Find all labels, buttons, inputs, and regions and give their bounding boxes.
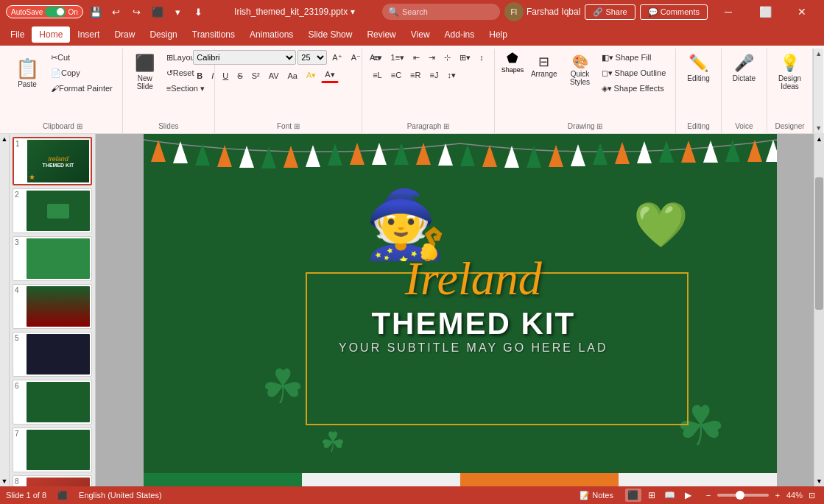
shape-fill-button[interactable]: ◧▾ Shape Fill (598, 50, 670, 65)
canvas-scroll-thumb[interactable] (815, 177, 823, 310)
align-center-button[interactable]: ≡C (387, 68, 405, 82)
numbering-button[interactable]: 1≡▾ (387, 50, 409, 65)
normal-view-button[interactable]: ⬛ (625, 489, 641, 502)
menu-help[interactable]: Help (482, 26, 515, 43)
close-button[interactable]: ✕ (786, 0, 818, 24)
add-columns-button[interactable]: ⊞▾ (456, 50, 474, 65)
ribbon-scroll-down[interactable]: ▼ (814, 123, 824, 133)
increase-indent-button[interactable]: ⇥ (425, 50, 439, 65)
italic-button[interactable]: I (208, 68, 217, 83)
smart-art-convert-button[interactable]: ⊹ (440, 50, 454, 65)
slide-panel-toggle[interactable]: ⬛ (55, 489, 70, 501)
undo-button[interactable]: ↩ (108, 4, 124, 20)
decrease-indent-button[interactable]: ⇤ (409, 50, 423, 65)
text-direction-button[interactable]: ↕ (476, 50, 487, 65)
copy-button[interactable]: 📄 Copy (47, 65, 116, 80)
share-button[interactable]: 🔗 Share (585, 4, 635, 20)
svg-marker-28 (766, 140, 777, 162)
menu-review[interactable]: Review (359, 26, 403, 43)
slide-thumb-5[interactable]: 5 (13, 332, 92, 377)
quick-styles-button[interactable]: 🎨 QuickStyles (564, 50, 596, 90)
ribbon-scroll-up[interactable]: ▲ (814, 49, 824, 59)
more-options-button[interactable]: ▾ (170, 4, 186, 20)
strikethrough-button[interactable]: S (233, 68, 246, 83)
autosave-toggle[interactable] (45, 7, 66, 17)
slide-thumb-3[interactable]: 3 (13, 236, 92, 281)
align-right-button[interactable]: ≡R (406, 68, 424, 82)
menu-view[interactable]: View (404, 26, 437, 43)
search-box[interactable]: 🔍 Search (382, 4, 500, 20)
presentation-mode-button[interactable]: ⬛ (149, 4, 166, 20)
zoom-in-button[interactable]: + (772, 489, 783, 501)
menu-draw[interactable]: Draw (107, 26, 142, 43)
redo-button[interactable]: ↪ (129, 4, 145, 20)
highlight-color-button[interactable]: A▾ (303, 68, 320, 83)
arrange-button[interactable]: ⊟ Arrange (526, 50, 563, 82)
save-button[interactable]: 💾 (88, 4, 104, 20)
dictate-button[interactable]: 🎤 Dictate (728, 50, 761, 86)
slide-thumb-6[interactable]: 6 (13, 380, 92, 425)
notes-button[interactable]: 📝 Notes (574, 489, 619, 502)
new-slide-label: NewSlide (137, 74, 153, 90)
shape-effects-button[interactable]: ◈▾ Shape Effects (598, 81, 670, 96)
fit-slide-button[interactable]: ⊡ (806, 491, 818, 500)
layout-icon: ⊞ (166, 53, 173, 63)
slide-sorter-button[interactable]: ⊞ (644, 489, 660, 502)
shapes-label: Shapes (501, 66, 524, 74)
slide-thumb-2[interactable]: 2 (13, 188, 92, 233)
font-name-row: Calibri 25 A⁺ A⁻ Aa (193, 50, 383, 65)
editing-button[interactable]: ✏️ Editing (682, 50, 715, 86)
minimize-button[interactable]: ─ (712, 0, 744, 24)
font-name-select[interactable]: Calibri (193, 50, 296, 65)
menu-file[interactable]: File (3, 26, 32, 43)
cut-button[interactable]: ✂ Cut (47, 50, 116, 65)
slide-canvas[interactable]: 🧙 💚 ☘ ☘ ☘ Ireland THEMED KIT YOUR SUBTIT… (144, 134, 777, 486)
design-ideas-button[interactable]: 💡 DesignIdeas (773, 50, 806, 94)
slide-thumb-7[interactable]: 7 (13, 427, 92, 472)
align-left-button[interactable]: ≡L (369, 68, 386, 82)
shape-outline-button[interactable]: ◻▾ Shape Outline (598, 65, 670, 80)
new-slide-button[interactable]: ⬛ NewSlide (129, 50, 161, 94)
text-shadow-button[interactable]: S² (248, 68, 264, 83)
slideshow-view-button[interactable]: ▶ (680, 489, 697, 502)
slide-thumb-8[interactable]: 8 Slide 8 (13, 475, 92, 486)
increase-font-button[interactable]: A⁺ (328, 50, 345, 65)
zoom-thumb[interactable] (736, 491, 744, 500)
canvas-scroll-up[interactable]: ▲ (814, 134, 824, 144)
menu-design[interactable]: Design (142, 26, 184, 43)
sidebar-scroll-down[interactable]: ▼ (0, 476, 9, 486)
maximize-button[interactable]: ⬜ (749, 0, 781, 24)
menu-transitions[interactable]: Transitions (185, 26, 242, 43)
zoom-out-button[interactable]: − (702, 489, 714, 501)
line-spacing-button[interactable]: ↕▾ (443, 68, 459, 82)
change-case-button[interactable]: Aa (284, 68, 301, 83)
format-painter-button[interactable]: 🖌 Format Painter (47, 81, 116, 96)
customize-toolbar-button[interactable]: ⬇ (191, 4, 207, 20)
title-bar: AutoSave On 💾 ↩ ↪ ⬛ ▾ ⬇ Irish_themed_kit… (0, 0, 824, 24)
canvas-scroll-down[interactable]: ▼ (814, 476, 824, 486)
slide-thumb-4[interactable]: 4 (13, 284, 92, 329)
autosave-badge[interactable]: AutoSave On (6, 5, 83, 18)
font-size-select[interactable]: 25 (297, 50, 327, 65)
char-spacing-button[interactable]: AV (265, 68, 283, 83)
comments-button[interactable]: 💬 Comments (640, 4, 708, 20)
menu-animations[interactable]: Animations (242, 26, 300, 43)
menu-slideshow[interactable]: Slide Show (300, 26, 359, 43)
slide-thumb-1[interactable]: 1 Ireland THEMED KIT ★ (13, 137, 92, 185)
justify-button[interactable]: ≡J (426, 68, 442, 82)
menu-insert[interactable]: Insert (70, 26, 107, 43)
menu-addins[interactable]: Add-ins (437, 26, 482, 43)
bullets-button[interactable]: ≡▾ (369, 50, 385, 65)
font-color-button[interactable]: A▾ (321, 68, 338, 83)
paste-button[interactable]: 📋 Paste (9, 50, 46, 96)
sidebar-scroll-up[interactable]: ▲ (0, 134, 9, 144)
bold-button[interactable]: B (193, 68, 206, 83)
shapes-button[interactable]: ⬟ Shapes (501, 50, 524, 74)
underline-button[interactable]: U (219, 68, 232, 83)
slides-label: Slides (158, 121, 178, 132)
editing-icon: ✏️ (689, 54, 708, 73)
title-bar-left: AutoSave On 💾 ↩ ↪ ⬛ ▾ ⬇ (6, 4, 207, 20)
zoom-slider[interactable] (717, 494, 769, 497)
menu-home[interactable]: Home (32, 26, 70, 43)
reading-view-button[interactable]: 📖 (662, 489, 678, 502)
